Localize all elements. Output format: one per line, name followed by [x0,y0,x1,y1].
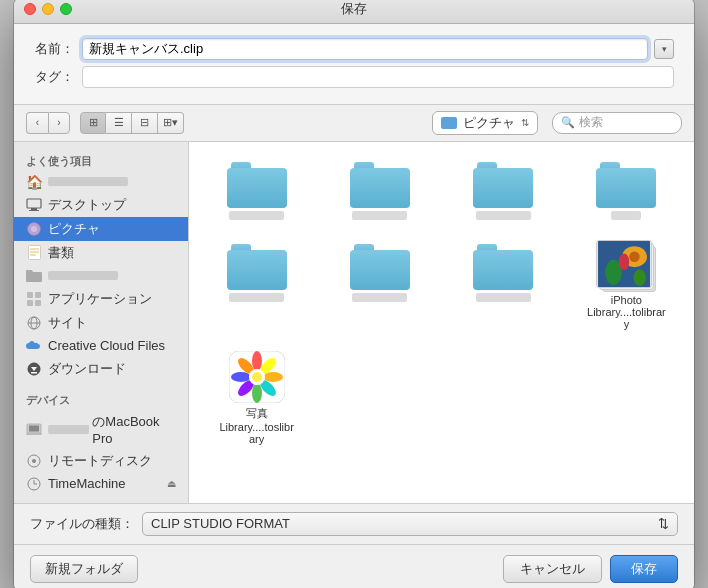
eject-icon[interactable]: ⏏ [167,478,176,489]
sites-icon [26,315,42,331]
back-button[interactable]: ‹ [26,112,48,134]
documents-icon [26,245,42,261]
svg-rect-2 [29,210,39,211]
minimize-button[interactable] [42,3,54,15]
expand-button[interactable]: ▾ [654,39,674,59]
sidebar-item-downloads-label: ダウンロード [48,360,126,378]
home-icon: 🏠 [26,174,42,190]
svg-rect-0 [27,199,41,208]
sidebar-item-desktop-label: デスクトップ [48,196,126,214]
sidebar-item-documents[interactable]: 書類 [14,241,188,265]
svg-rect-20 [29,426,39,432]
folder-icon [596,158,656,208]
sidebar-item-timemachine[interactable]: TimeMachine ⏏ [14,473,188,495]
sidebar-item-downloads[interactable]: ダウンロード [14,357,188,381]
svg-rect-11 [27,300,33,306]
coverflow-button[interactable]: ⊞▾ [158,112,184,134]
list-item[interactable] [571,154,682,224]
close-button[interactable] [24,3,36,15]
svg-point-27 [630,251,640,261]
timemachine-icon [26,476,42,492]
svg-point-35 [231,372,251,382]
search-placeholder: 検索 [579,114,603,131]
new-folder-button[interactable]: 新規フォルダ [30,555,138,583]
file-type-select[interactable]: CLIP STUDIO FORMAT ⇅ [142,512,678,536]
sidebar-item-home[interactable]: 🏠 [14,171,188,193]
file-type-value: CLIP STUDIO FORMAT [151,516,290,531]
svg-point-4 [31,226,37,232]
form-section: 名前： ▾ タグ： [14,24,694,105]
folder2-label-blur [48,271,118,280]
folder-icon [227,158,287,208]
file-area: iPhotoLibrary....tolibrary [189,142,694,503]
filename-input[interactable] [82,38,648,60]
title-bar: 保存 [14,0,694,24]
remote-disk-icon [26,453,42,469]
file-name-blur [352,211,407,220]
file-grid: iPhotoLibrary....tolibrary [201,154,682,449]
iphoto-item[interactable]: iPhotoLibrary....tolibrary [571,236,682,334]
sidebar-item-remote[interactable]: リモートディスク [14,449,188,473]
laptop-icon [26,421,42,437]
search-box[interactable]: 🔍 検索 [552,112,682,134]
tag-input[interactable] [82,66,674,88]
list-view-button[interactable]: ☰ [106,112,132,134]
desktop-icon [26,197,42,213]
download-icon [26,361,42,377]
sidebar-item-folder[interactable] [14,265,188,287]
file-name-blur [611,211,641,220]
apps-icon [26,291,42,307]
list-item[interactable] [324,154,435,224]
dialog-title: 保存 [341,0,367,18]
svg-point-34 [252,383,262,403]
photos-label: 写真Library....toslibrary [217,406,297,445]
list-item[interactable] [324,236,435,334]
file-name-blur [229,293,284,302]
photos-item[interactable]: 写真Library....toslibrary [201,346,312,449]
sidebar-item-pictures-label: ピクチャ [48,220,100,238]
save-button[interactable]: 保存 [610,555,678,583]
sidebar-item-macbook[interactable]: のMacBook Pro [14,410,188,449]
list-item[interactable] [448,236,559,334]
cancel-button[interactable]: キャンセル [503,555,602,583]
svg-point-30 [619,253,629,270]
sidebar-item-sites[interactable]: サイト [14,311,188,335]
folder-icon [350,240,410,290]
file-name-blur [476,211,531,220]
folder-icon [350,158,410,208]
folder-icon [473,158,533,208]
svg-rect-1 [31,208,37,210]
location-selector[interactable]: ピクチャ ⇅ [432,111,538,135]
folder2-icon [26,268,42,284]
list-item[interactable] [201,154,312,224]
folder-icon [227,240,287,290]
svg-rect-12 [35,300,41,306]
name-row: 名前： ▾ [34,38,674,60]
toolbar: ‹ › ⊞ ☰ ⊟ ⊞▾ ピクチャ ⇅ 🔍 検索 [14,105,694,142]
forward-button[interactable]: › [48,112,70,134]
location-arrows-icon: ⇅ [521,117,529,128]
list-item[interactable] [201,236,312,334]
list-item[interactable] [448,154,559,224]
cloud-icon [26,338,42,354]
pictures-icon [26,221,42,237]
save-dialog: 保存 名前： ▾ タグ： ‹ › ⊞ ☰ ⊟ ⊞▾ ピクチャ ⇅ [14,0,694,588]
sidebar-item-creative-cloud[interactable]: Creative Cloud Files [14,335,188,357]
sidebar-item-macbook-label: のMacBook Pro [92,413,176,446]
maximize-button[interactable] [60,3,72,15]
file-name-blur [229,211,284,220]
file-type-bar: ファイルの種類： CLIP STUDIO FORMAT ⇅ [14,503,694,544]
view-buttons: ⊞ ☰ ⊟ ⊞▾ [80,112,184,134]
sidebar-item-applications[interactable]: アプリケーション [14,287,188,311]
sidebar-item-pictures[interactable]: ピクチャ [14,217,188,241]
svg-rect-18 [31,372,37,374]
folder-icon [473,240,533,290]
sidebar-item-timemachine-label: TimeMachine [48,476,126,491]
sidebar-item-desktop[interactable]: デスクトップ [14,193,188,217]
column-view-button[interactable]: ⊟ [132,112,158,134]
favorites-label: よく使う項目 [14,150,188,171]
home-label-blur [48,177,128,186]
sidebar-item-remote-label: リモートディスク [48,452,152,470]
svg-rect-9 [27,292,33,298]
icon-view-button[interactable]: ⊞ [80,112,106,134]
